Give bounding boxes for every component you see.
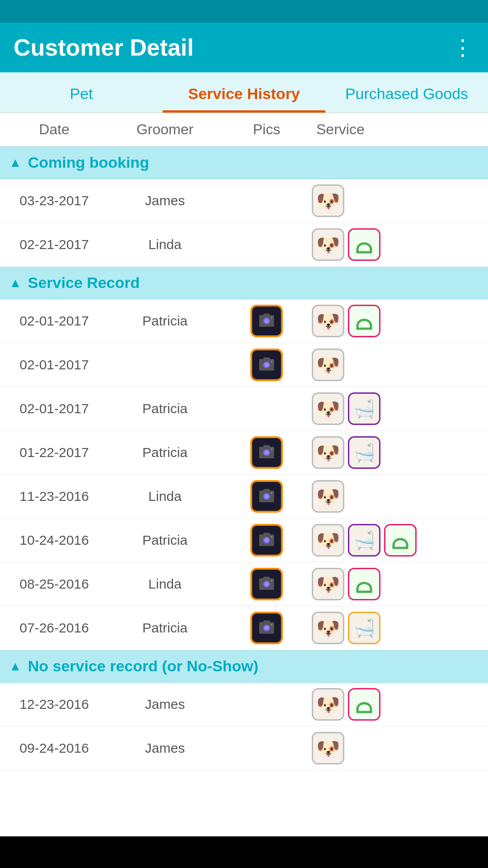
- section-title-service-record: Service Record: [28, 274, 140, 292]
- record-pics[interactable]: [221, 436, 312, 469]
- dog-icon[interactable]: 🐶: [312, 688, 344, 721]
- record-date: 03-23-2017: [0, 193, 108, 208]
- svg-point-14: [264, 363, 268, 367]
- scissors-green-icon[interactable]: [348, 305, 380, 337]
- record-groomer: Linda: [108, 237, 221, 252]
- camera-icon[interactable]: [250, 305, 283, 337]
- col-header-groomer: Groomer: [108, 121, 221, 138]
- table-row: 03-23-2017James🐶: [0, 179, 488, 223]
- svg-point-7: [271, 317, 272, 319]
- scissors-icon[interactable]: [348, 228, 380, 261]
- scissors-icon[interactable]: [384, 524, 417, 557]
- dog-icon[interactable]: 🐶: [312, 612, 344, 644]
- section-title-coming-booking: Coming booking: [28, 154, 149, 171]
- bath-icon[interactable]: 🛁: [348, 612, 380, 644]
- record-service-icons: 🐶: [312, 184, 488, 217]
- dog-icon[interactable]: 🐶: [312, 184, 344, 217]
- svg-point-22: [264, 494, 268, 498]
- camera-icon[interactable]: [250, 568, 283, 600]
- table-row: 08-25-2016Linda 🐶: [0, 562, 488, 606]
- record-pics[interactable]: [221, 524, 312, 557]
- record-date: 02-01-2017: [0, 357, 108, 373]
- menu-button[interactable]: ⋮: [452, 35, 474, 60]
- app-header: Customer Detail ⋮: [0, 23, 488, 72]
- record-pics[interactable]: [221, 305, 312, 337]
- tab-service-history[interactable]: Service History: [163, 72, 325, 113]
- table-row: 09-24-2016James🐶: [0, 726, 488, 770]
- col-header-date: Date: [0, 121, 108, 138]
- svg-point-42: [264, 626, 268, 630]
- table-row: 02-01-2017 🐶: [0, 343, 488, 387]
- bath-icon[interactable]: 🛁: [348, 524, 380, 557]
- svg-point-35: [271, 580, 272, 582]
- record-groomer: Patricia: [108, 620, 221, 636]
- records-container: ▲ Coming booking03-23-2017James🐶02-21-20…: [0, 146, 488, 770]
- record-service-icons: 🐶: [312, 732, 488, 764]
- tab-bar: Pet Service History Purchased Goods: [0, 72, 488, 113]
- section-title-no-service-record: No service record (or No-Show): [28, 657, 258, 675]
- record-date: 02-01-2017: [0, 313, 108, 329]
- record-pics[interactable]: [221, 349, 312, 381]
- table-row: 02-01-2017Patricia🐶🛁: [0, 387, 488, 431]
- svg-point-34: [264, 582, 268, 586]
- section-header-coming-booking[interactable]: ▲ Coming booking: [0, 146, 488, 179]
- camera-icon[interactable]: [250, 480, 283, 513]
- dog-icon[interactable]: 🐶: [312, 228, 344, 261]
- record-groomer: James: [108, 193, 221, 208]
- tab-purchased-goods[interactable]: Purchased Goods: [325, 72, 488, 113]
- record-groomer: Patricia: [108, 533, 221, 548]
- camera-icon[interactable]: [250, 436, 283, 469]
- record-pics[interactable]: [221, 568, 312, 600]
- dog-icon[interactable]: 🐶: [312, 392, 344, 425]
- camera-icon[interactable]: [250, 612, 283, 644]
- record-service-icons: 🐶🛁: [312, 612, 488, 644]
- dog-icon[interactable]: 🐶: [312, 568, 344, 600]
- record-groomer: James: [108, 697, 221, 712]
- section-header-no-service-record[interactable]: ▲ No service record (or No-Show): [0, 650, 488, 683]
- bottom-navigation-bar: [0, 836, 488, 868]
- svg-point-23: [271, 492, 272, 494]
- record-groomer: Linda: [108, 489, 221, 504]
- scissors-green-icon[interactable]: [348, 568, 380, 600]
- record-pics[interactable]: [221, 612, 312, 644]
- table-row: 02-21-2017Linda🐶: [0, 223, 488, 267]
- svg-point-19: [271, 448, 272, 450]
- camera-icon[interactable]: [250, 349, 283, 381]
- record-groomer: Linda: [108, 576, 221, 592]
- dog-icon[interactable]: 🐶: [312, 480, 344, 513]
- svg-point-43: [271, 624, 272, 626]
- table-row: 12-23-2016James🐶: [0, 683, 488, 726]
- record-date: 11-23-2016: [0, 489, 108, 504]
- dog-icon[interactable]: 🐶: [312, 349, 344, 381]
- record-pics[interactable]: [221, 480, 312, 513]
- table-row: 01-22-2017Patricia 🐶🛁: [0, 431, 488, 475]
- column-headers: Date Groomer Pics Service: [0, 113, 488, 146]
- record-groomer: James: [108, 741, 221, 756]
- bath-icon[interactable]: 🛁: [348, 392, 380, 425]
- svg-point-15: [271, 361, 272, 363]
- record-service-icons: 🐶: [312, 480, 488, 513]
- record-service-icons: 🐶🛁: [312, 392, 488, 425]
- bath-icon[interactable]: 🛁: [348, 436, 380, 469]
- scissors-icon[interactable]: [348, 688, 380, 721]
- table-row: 07-26-2016Patricia 🐶🛁: [0, 606, 488, 650]
- record-service-icons: 🐶: [312, 349, 488, 381]
- camera-icon[interactable]: [250, 524, 283, 557]
- record-date: 09-24-2016: [0, 741, 108, 756]
- section-chevron-service-record: ▲: [9, 276, 22, 290]
- record-date: 12-23-2016: [0, 697, 108, 712]
- svg-point-27: [271, 536, 272, 538]
- dog-icon[interactable]: 🐶: [312, 524, 344, 557]
- table-row: 10-24-2016Patricia 🐶🛁: [0, 519, 488, 562]
- tab-pet[interactable]: Pet: [0, 72, 163, 113]
- record-service-icons: 🐶🛁: [312, 524, 488, 557]
- section-header-service-record[interactable]: ▲ Service Record: [0, 267, 488, 299]
- record-service-icons: 🐶: [312, 228, 488, 261]
- dog-icon[interactable]: 🐶: [312, 305, 344, 337]
- record-service-icons: 🐶: [312, 568, 488, 600]
- dog-icon[interactable]: 🐶: [312, 732, 344, 764]
- dog-icon[interactable]: 🐶: [312, 436, 344, 469]
- record-date: 07-26-2016: [0, 620, 108, 636]
- col-header-pics: Pics: [221, 121, 312, 138]
- record-service-icons: 🐶: [312, 688, 488, 721]
